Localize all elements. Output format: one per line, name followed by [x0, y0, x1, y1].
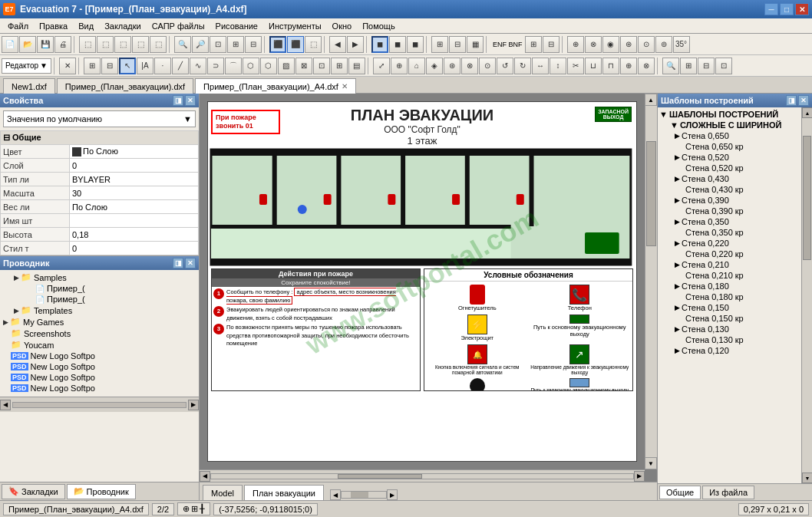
editor-dropdown[interactable]: Редактор ▼: [2, 58, 51, 74]
menu-view[interactable]: Вид: [74, 21, 98, 31]
edit-btn-9[interactable]: ⊠: [295, 58, 312, 74]
tb-btn-10[interactable]: ⬚: [305, 36, 322, 53]
zoom-fit[interactable]: ⊡: [210, 36, 226, 53]
tab-scroll-track[interactable]: [341, 491, 387, 499]
tb-btn-20[interactable]: ⊟: [543, 36, 559, 53]
tb-btn-15[interactable]: ◼: [407, 36, 424, 53]
tb-btn-9[interactable]: ⬛: [287, 36, 304, 53]
template-item-2[interactable]: ▶ Стена 0,520: [675, 152, 800, 163]
template-item-1[interactable]: Стена 0,650 кр: [675, 141, 800, 152]
edit-btn-28[interactable]: ⊗: [638, 58, 655, 74]
template-item-5[interactable]: Стена 0,430 кр: [675, 184, 800, 195]
tree-item-samples[interactable]: ▶ 📁 Samples: [0, 272, 199, 283]
edit-btn-18[interactable]: ⊗: [461, 58, 478, 74]
template-item-19[interactable]: Стена 0,130 кр: [675, 334, 800, 345]
edit-btn-1[interactable]: ⊞: [84, 58, 101, 74]
nav-close-icon[interactable]: ✕: [185, 258, 196, 268]
template-item-6[interactable]: ▶ Стена 0,390: [675, 195, 800, 206]
tree-item-mygames[interactable]: ▶ 📁 My Games: [0, 316, 199, 328]
template-item-20[interactable]: ▶ Стена 0,120: [675, 345, 800, 356]
menu-window[interactable]: Окно: [328, 21, 357, 31]
tab-scroll-right-icon[interactable]: ▶: [387, 489, 398, 500]
scroll-track-v[interactable]: [645, 106, 657, 457]
tb-btn-25[interactable]: ⊙: [638, 36, 655, 53]
tb-btn-5[interactable]: ⬚: [150, 36, 167, 53]
edit-btn-2[interactable]: ⊟: [101, 58, 118, 74]
menu-bookmarks[interactable]: Закладки: [100, 21, 146, 31]
line-btn[interactable]: ╱: [172, 58, 189, 74]
edit-btn-5[interactable]: ⊃: [207, 58, 224, 74]
templates-section-bold[interactable]: ▼ ШАБЛОНЫ ПОСТРОЕНИЙ: [659, 109, 800, 120]
edit-btn-21[interactable]: ↻: [514, 58, 531, 74]
template-item-11[interactable]: Стена 0,220 кр: [675, 249, 800, 259]
menu-tools[interactable]: Инструменты: [264, 21, 326, 31]
template-item-4[interactable]: ▶ Стена 0,430: [675, 173, 800, 184]
edit-btn-31[interactable]: ⊟: [698, 58, 715, 74]
tree-item-youcam[interactable]: 📁 Youcam: [0, 339, 199, 351]
tab-primer2[interactable]: Пример_(План_эвакуации)_A4.dxf ✕: [195, 78, 356, 94]
general-tab[interactable]: Общие: [659, 486, 701, 499]
model-tab[interactable]: Model: [203, 485, 243, 500]
tab-primer1[interactable]: Пример_(План_эвакуации).dxf: [57, 78, 193, 94]
tb-btn-26[interactable]: ⊚: [655, 36, 672, 53]
tab-close-icon[interactable]: ✕: [342, 82, 348, 91]
navigator-tab[interactable]: 📂 Проводник: [67, 484, 136, 499]
edit-btn-26[interactable]: ⊓: [602, 58, 619, 74]
tree-item-templates[interactable]: ▶ 📁 Templates: [0, 305, 199, 316]
tb-btn-24[interactable]: ⊛: [620, 36, 637, 53]
nav-float-icon[interactable]: ◨: [173, 258, 183, 268]
maximize-button[interactable]: □: [780, 3, 794, 15]
canvas-h-thumb[interactable]: [338, 474, 422, 479]
tree-item-screenshots[interactable]: 📁 Screenshots: [0, 328, 199, 339]
edit-btn-25[interactable]: ⊔: [585, 58, 602, 74]
edit-btn-29[interactable]: 🔍: [662, 58, 679, 74]
edit-btn-24[interactable]: ✂: [567, 58, 584, 74]
properties-dropdown[interactable]: Значения по умолчанию ▼: [3, 110, 196, 127]
template-item-10[interactable]: ▶ Стена 0,220: [675, 238, 800, 249]
tb-btn-7[interactable]: ⊟: [245, 36, 262, 53]
tree-item-logo3[interactable]: PSD New Logo Softpo: [0, 372, 199, 383]
edit-btn-19[interactable]: ⊙: [479, 58, 496, 74]
tab-scroll-left-icon[interactable]: ◀: [330, 489, 341, 500]
template-item-17[interactable]: Стена 0,150 кр: [675, 313, 800, 324]
templates-scrollbar[interactable]: ▲ ▼: [801, 107, 812, 483]
templates-float-icon[interactable]: ◨: [786, 95, 797, 106]
curve-btn[interactable]: ∿: [190, 58, 206, 74]
template-item-8[interactable]: ▶ Стена 0,350: [675, 216, 800, 227]
from-file-tab[interactable]: Из файла: [702, 486, 754, 499]
tb-btn-19[interactable]: ⊞: [525, 36, 542, 53]
select-btn[interactable]: ↖: [119, 58, 136, 74]
tb-btn-1[interactable]: ⬚: [79, 36, 96, 53]
tree-item-logo4[interactable]: PSD New Logo Softpo: [0, 383, 199, 394]
zoom-in[interactable]: 🔍: [174, 36, 191, 53]
tree-item-logo1[interactable]: PSD New Logo Softpo: [0, 351, 199, 361]
ortho-icon[interactable]: ╂: [200, 504, 205, 514]
tab-scroll-thumb[interactable]: [351, 492, 368, 498]
template-item-18[interactable]: ▶ Стена 0,130: [675, 324, 800, 334]
tb-btn-14[interactable]: ◼: [389, 36, 406, 53]
tb-btn-3[interactable]: ⬚: [114, 36, 131, 53]
tb-btn-6[interactable]: ⊞: [227, 36, 244, 53]
edit-btn-22[interactable]: ↔: [532, 58, 549, 74]
tree-item-primer2[interactable]: 📄 Пример_(: [0, 294, 199, 305]
tb-btn-2[interactable]: ⬚: [97, 36, 114, 53]
templates-scroll-thumb[interactable]: [803, 136, 811, 260]
menu-help[interactable]: Помощь: [358, 21, 400, 31]
print-button[interactable]: 🖨: [54, 36, 71, 53]
templates-scroll-up-icon[interactable]: ▲: [802, 107, 812, 118]
template-item-15[interactable]: Стена 0,180 кр: [675, 291, 800, 302]
template-item-9[interactable]: Стена 0,350 кр: [675, 227, 800, 238]
edit-btn-6[interactable]: ⌒: [225, 58, 242, 74]
template-item-3[interactable]: Стена 0,520 кр: [675, 163, 800, 173]
edit-btn-30[interactable]: ⊞: [680, 58, 697, 74]
tb-btn-18[interactable]: ▦: [467, 36, 484, 53]
edit-btn-16[interactable]: ◈: [426, 58, 443, 74]
edit-btn-32[interactable]: ⊡: [715, 58, 732, 74]
tb-btn-4[interactable]: ⬚: [132, 36, 149, 53]
tree-item-logo2[interactable]: PSD New Logo Softpo: [0, 361, 199, 372]
tb-btn-22[interactable]: ⊗: [585, 36, 602, 53]
edit-btn-27[interactable]: ⊕: [620, 58, 637, 74]
template-item-7[interactable]: Стена 0,390 кр: [675, 206, 800, 216]
minimize-button[interactable]: ─: [764, 3, 778, 15]
canvas-h-track[interactable]: [210, 473, 634, 479]
